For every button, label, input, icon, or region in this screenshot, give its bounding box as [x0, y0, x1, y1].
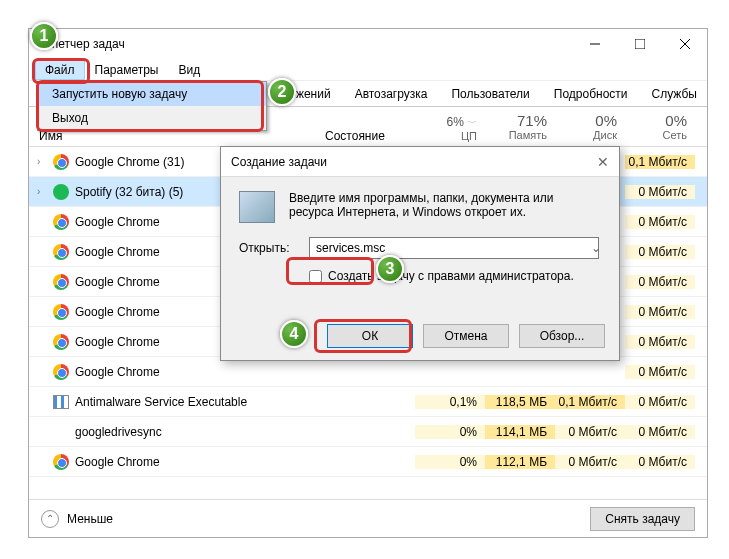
- sort-icon: ﹀: [468, 118, 477, 128]
- cell-disk: 0 Мбит/с: [555, 455, 625, 469]
- process-name: Spotify (32 бита) (5): [75, 185, 183, 199]
- chevron-up-icon: ⌃: [41, 510, 59, 528]
- dropdown-icon[interactable]: ⌄: [591, 241, 601, 255]
- process-name: Google Chrome (31): [75, 155, 184, 169]
- cell-cpu: 0%: [415, 425, 485, 439]
- chrome-icon: [53, 364, 69, 380]
- menu-options[interactable]: Параметры: [85, 60, 169, 80]
- ok-button[interactable]: ОК: [327, 324, 413, 348]
- process-name: Google Chrome: [75, 275, 160, 289]
- admin-label: Создать задачу с правами администратора.: [328, 269, 574, 283]
- col-cpu[interactable]: 6% ﹀ЦП: [415, 112, 485, 142]
- close-button[interactable]: [662, 29, 707, 59]
- admin-row: Создать задачу с правами администратора.: [239, 269, 601, 283]
- table-row[interactable]: Google Chrome0%112,1 МБ0 Мбит/с0 Мбит/с: [29, 447, 707, 477]
- process-name: Google Chrome: [75, 335, 160, 349]
- col-net[interactable]: 0%Сеть: [625, 112, 695, 141]
- cell-mem: 118,5 МБ: [485, 395, 555, 409]
- menubar: Файл Параметры Вид: [29, 59, 707, 81]
- cell-mem: 112,1 МБ: [485, 455, 555, 469]
- dialog-desc-row: Введите имя программы, папки, документа …: [239, 191, 601, 223]
- process-name: Antimalware Service Executable: [75, 395, 247, 409]
- cell-net: 0 Мбит/с: [625, 275, 695, 289]
- chrome-icon: [53, 214, 69, 230]
- run-icon: [239, 191, 275, 223]
- expand-icon[interactable]: ›: [37, 156, 47, 167]
- cell-mem: 114,1 МБ: [485, 425, 555, 439]
- chrome-icon: [53, 304, 69, 320]
- expand-icon[interactable]: ›: [37, 186, 47, 197]
- spotify-icon: [53, 184, 69, 200]
- tab-services[interactable]: Службы: [642, 83, 707, 105]
- chrome-icon: [53, 154, 69, 170]
- dialog-body: Введите имя программы, папки, документа …: [221, 177, 619, 297]
- col-state[interactable]: Состояние: [325, 111, 415, 143]
- chrome-icon: [53, 244, 69, 260]
- window-controls: [572, 29, 707, 59]
- cell-name: Antimalware Service Executable: [29, 395, 325, 409]
- fewer-button[interactable]: ⌃ Меньше: [41, 510, 113, 528]
- chrome-icon: [53, 454, 69, 470]
- browse-button[interactable]: Обзор...: [519, 324, 605, 348]
- cancel-button[interactable]: Отмена: [423, 324, 509, 348]
- table-row[interactable]: Google Chrome0 Мбит/с: [29, 357, 707, 387]
- callout-2: 2: [268, 78, 296, 106]
- menu-view[interactable]: Вид: [168, 60, 210, 80]
- dialog-desc: Введите имя программы, папки, документа …: [289, 191, 601, 223]
- dialog-close-icon[interactable]: ✕: [597, 154, 609, 170]
- tab-startup[interactable]: Автозагрузка: [345, 83, 438, 105]
- open-input[interactable]: [309, 237, 599, 259]
- cell-net: 0 Мбит/с: [625, 395, 695, 409]
- titlebar: испетчер задач: [29, 29, 707, 59]
- svg-rect-1: [635, 39, 645, 49]
- tab-users[interactable]: Пользователи: [441, 83, 539, 105]
- fewer-label: Меньше: [67, 512, 113, 526]
- cell-name: googledrivesync: [29, 425, 325, 439]
- footer: ⌃ Меньше Снять задачу: [29, 499, 707, 537]
- dialog-titlebar: Создание задачи ✕: [221, 147, 619, 177]
- cell-net: 0 Мбит/с: [625, 305, 695, 319]
- cell-net: 0 Мбит/с: [625, 215, 695, 229]
- process-name: Google Chrome: [75, 245, 160, 259]
- process-name: Google Chrome: [75, 215, 160, 229]
- callout-4: 4: [280, 320, 308, 348]
- cell-name: Google Chrome: [29, 364, 325, 380]
- end-task-button[interactable]: Снять задачу: [590, 507, 695, 531]
- menu-new-task[interactable]: Запустить новую задачу: [38, 82, 266, 106]
- antimalware-icon: [53, 395, 69, 409]
- file-dropdown: Запустить новую задачу Выход: [37, 81, 267, 131]
- open-label: Открыть:: [239, 241, 299, 255]
- admin-checkbox[interactable]: [309, 270, 322, 283]
- tab-details[interactable]: Подробности: [544, 83, 638, 105]
- dialog-title: Создание задачи: [231, 155, 327, 169]
- cell-disk: 0 Мбит/с: [555, 425, 625, 439]
- cell-net: 0 Мбит/с: [625, 245, 695, 259]
- cell-cpu: 0%: [415, 455, 485, 469]
- table-row[interactable]: googledrivesync0%114,1 МБ0 Мбит/с0 Мбит/…: [29, 417, 707, 447]
- cell-net: 0,1 Мбит/с: [625, 155, 695, 169]
- cell-disk: 0,1 Мбит/с: [555, 395, 625, 409]
- cell-cpu: 0,1%: [415, 395, 485, 409]
- cell-net: 0 Мбит/с: [625, 185, 695, 199]
- col-mem[interactable]: 71%Память: [485, 112, 555, 141]
- minimize-button[interactable]: [572, 29, 617, 59]
- menu-file[interactable]: Файл: [35, 60, 85, 80]
- cell-net: 0 Мбит/с: [625, 425, 695, 439]
- cell-net: 0 Мбит/с: [625, 455, 695, 469]
- callout-3: 3: [376, 255, 404, 283]
- callout-1: 1: [30, 22, 58, 50]
- col-disk[interactable]: 0%Диск: [555, 112, 625, 141]
- table-row[interactable]: Antimalware Service Executable0,1%118,5 …: [29, 387, 707, 417]
- cell-name: Google Chrome: [29, 454, 325, 470]
- cell-net: 0 Мбит/с: [625, 365, 695, 379]
- chrome-icon: [53, 274, 69, 290]
- cell-net: 0 Мбит/с: [625, 335, 695, 349]
- process-name: Google Chrome: [75, 455, 160, 469]
- open-row: Открыть: ⌄: [239, 237, 601, 259]
- chrome-icon: [53, 334, 69, 350]
- process-name: Google Chrome: [75, 365, 160, 379]
- process-name: Google Chrome: [75, 305, 160, 319]
- menu-exit[interactable]: Выход: [38, 106, 266, 130]
- maximize-button[interactable]: [617, 29, 662, 59]
- process-name: googledrivesync: [75, 425, 162, 439]
